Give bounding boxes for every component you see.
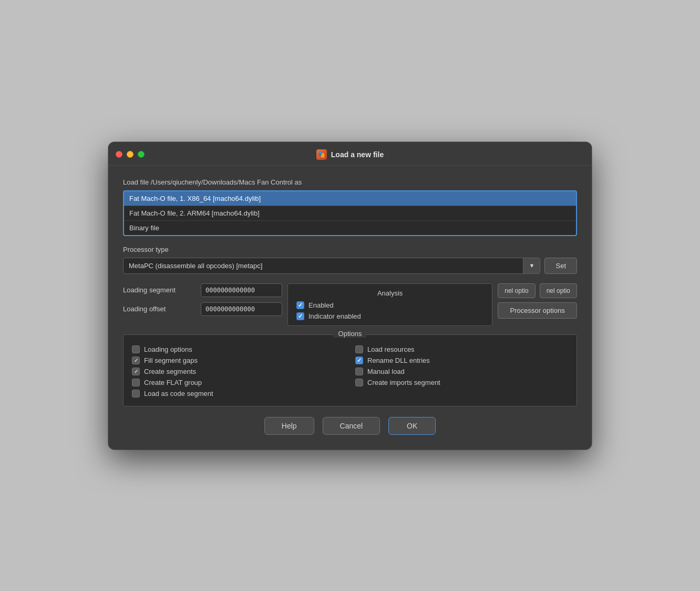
- analysis-indicator-row: Indicator enabled: [296, 312, 361, 320]
- option-fill-segment: Fill segment gaps: [132, 356, 345, 364]
- options-left: Loading options Fill segment gaps Create…: [132, 345, 345, 398]
- option-loading-options: Loading options: [132, 345, 345, 353]
- load-resources-checkbox[interactable]: [355, 345, 363, 353]
- traffic-lights: [116, 151, 145, 158]
- manual-load-checkbox[interactable]: [355, 368, 363, 375]
- title-area: 🎭 Load a new file: [316, 149, 384, 160]
- options-section: Options Loading options Fill segment gap…: [123, 334, 577, 406]
- loading-segment-label: Loading segment: [123, 286, 197, 294]
- window-title: Load a new file: [331, 150, 384, 159]
- option-create-flat: Create FLAT group: [132, 379, 345, 386]
- file-list-item-2[interactable]: Binary file: [124, 221, 576, 235]
- set-button[interactable]: Set: [544, 258, 577, 274]
- create-flat-checkbox[interactable]: [132, 379, 140, 386]
- load-code-checkbox[interactable]: [132, 390, 140, 398]
- dropdown-arrow-icon[interactable]: ▼: [523, 258, 540, 273]
- cancel-button[interactable]: Cancel: [323, 417, 380, 435]
- create-segments-label: Create segments: [144, 368, 196, 375]
- titlebar: 🎭 Load a new file: [108, 142, 592, 166]
- loading-options-label: Loading options: [144, 345, 192, 353]
- close-button[interactable]: [116, 151, 122, 158]
- option-load-code: Load as code segment: [132, 390, 345, 398]
- minimize-button[interactable]: [127, 151, 133, 158]
- kernel-option-button-1[interactable]: nel optio: [498, 283, 535, 298]
- option-create-imports: Create imports segment: [355, 379, 568, 386]
- analysis-title: Analysis: [377, 289, 403, 297]
- loading-offset-input[interactable]: [201, 302, 282, 316]
- loading-offset-label: Loading offset: [123, 305, 197, 313]
- options-right: Load resources Rename DLL entries Manual…: [355, 345, 568, 398]
- analysis-enabled-row: Enabled: [296, 301, 334, 309]
- create-flat-label: Create FLAT group: [144, 379, 202, 386]
- right-buttons: nel optio nel optio Processor options: [498, 283, 577, 319]
- option-create-segments: Create segments: [132, 368, 345, 375]
- file-list[interactable]: Fat Mach-O file, 1. X86_64 [macho64.dyli…: [123, 190, 577, 236]
- options-grid: Loading options Fill segment gaps Create…: [132, 345, 568, 398]
- processor-options-button[interactable]: Processor options: [498, 302, 577, 319]
- file-section-label: Load file /Users/qiuchenly/Downloads/Mac…: [123, 178, 577, 186]
- processor-type-value: MetaPC (disassemble all opcodes) [metapc…: [123, 258, 523, 273]
- option-load-resources: Load resources: [355, 345, 568, 353]
- file-list-item-0[interactable]: Fat Mach-O file, 1. X86_64 [macho64.dyli…: [124, 191, 576, 206]
- load-code-label: Load as code segment: [144, 390, 213, 398]
- file-list-item-1[interactable]: Fat Mach-O file, 2. ARM64 [macho64.dylib…: [124, 206, 576, 221]
- middle-section: Loading segment Loading offset Analysis …: [123, 283, 577, 326]
- fill-segment-checkbox[interactable]: [132, 356, 140, 364]
- option-manual-load: Manual load: [355, 368, 568, 375]
- loading-fields: Loading segment Loading offset: [123, 283, 282, 316]
- loading-options-checkbox[interactable]: [132, 345, 140, 353]
- analysis-box: Analysis Enabled Indicator enabled: [287, 283, 492, 326]
- kernel-option-button-2[interactable]: nel optio: [540, 283, 577, 298]
- processor-type-row: MetaPC (disassemble all opcodes) [metapc…: [123, 258, 577, 274]
- processor-type-section: Processor type MetaPC (disassemble all o…: [123, 246, 577, 274]
- right-buttons-top: nel optio nel optio: [498, 283, 577, 298]
- rename-dll-checkbox[interactable]: [355, 356, 363, 364]
- create-imports-checkbox[interactable]: [355, 379, 363, 386]
- create-segments-checkbox[interactable]: [132, 368, 140, 375]
- fill-segment-label: Fill segment gaps: [144, 356, 198, 364]
- analysis-indicator-label: Indicator enabled: [308, 312, 361, 320]
- loading-segment-input[interactable]: [201, 283, 282, 297]
- load-resources-label: Load resources: [367, 345, 415, 353]
- loading-segment-row: Loading segment: [123, 283, 282, 297]
- app-icon: 🎭: [316, 149, 327, 160]
- analysis-enabled-checkbox[interactable]: [296, 301, 304, 309]
- processor-type-label: Processor type: [123, 246, 577, 253]
- help-button[interactable]: Help: [264, 417, 314, 435]
- options-title: Options: [334, 330, 366, 338]
- maximize-button[interactable]: [138, 151, 145, 158]
- rename-dll-label: Rename DLL entries: [367, 356, 430, 364]
- option-rename-dll: Rename DLL entries: [355, 356, 568, 364]
- dialog-content: Load file /Users/qiuchenly/Downloads/Mac…: [108, 166, 592, 450]
- main-window: 🎭 Load a new file Load file /Users/qiuch…: [108, 142, 592, 450]
- analysis-indicator-checkbox[interactable]: [296, 312, 304, 320]
- processor-type-dropdown[interactable]: MetaPC (disassemble all opcodes) [metapc…: [123, 258, 540, 274]
- ok-button[interactable]: OK: [388, 417, 436, 435]
- create-imports-label: Create imports segment: [367, 379, 440, 386]
- loading-offset-row: Loading offset: [123, 302, 282, 316]
- analysis-enabled-label: Enabled: [308, 301, 334, 309]
- footer-buttons: Help Cancel OK: [123, 417, 577, 435]
- manual-load-label: Manual load: [367, 368, 405, 375]
